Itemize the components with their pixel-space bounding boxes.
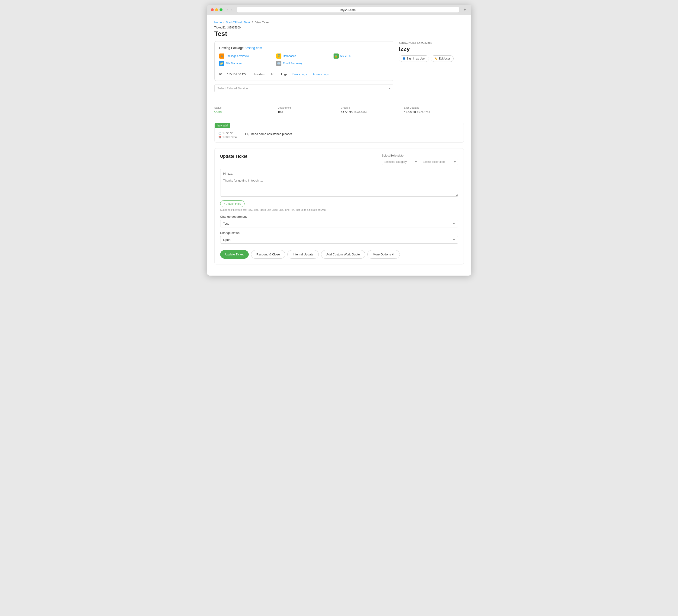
hosting-info: IP: 185.151.30.127 Location: UK Logs: Er… xyxy=(219,70,388,76)
category-select[interactable]: Selected category xyxy=(382,159,419,165)
select-service-dropdown[interactable]: Select Related Service xyxy=(215,85,393,92)
maximize-button[interactable] xyxy=(220,8,223,11)
service-label-files: File Manager xyxy=(226,62,242,65)
left-panel: Hosting Package: testing.com 🗂 Package O… xyxy=(215,41,393,94)
access-log-link[interactable]: Access Logs xyxy=(313,73,329,76)
location-value: UK xyxy=(270,73,274,76)
custom-quote-button[interactable]: Add Custom Work Quote xyxy=(321,250,365,259)
message-block: Izzy said 14:50:36 19-09-2024 Hi, I need… xyxy=(215,123,464,142)
message-author-badge: Izzy said xyxy=(215,123,230,128)
boilerplate-section: Select Boilerplate: Selected category Se… xyxy=(382,154,458,165)
main-layout: Hosting Package: testing.com 🗂 Package O… xyxy=(215,41,464,94)
ticket-meta: Status Open Department Test Created 14:5… xyxy=(215,102,464,118)
message-date-value: 19-09-2024 xyxy=(218,135,241,139)
update-ticket-button[interactable]: Update Ticket xyxy=(220,250,249,259)
calendar-icon xyxy=(218,135,222,139)
more-options-button[interactable]: More Options xyxy=(367,250,400,259)
back-button[interactable]: ‹ xyxy=(225,8,229,12)
right-panel: StackCP User ID: #282588 Izzy Sign in as… xyxy=(399,41,464,94)
ticket-title: Test xyxy=(215,30,464,38)
ip-label: IP: xyxy=(219,73,223,76)
edit-user-button[interactable]: Edit User xyxy=(431,55,454,62)
select-service-container: Select Related Service xyxy=(215,85,393,92)
status-value: Open xyxy=(215,110,274,114)
more-options-label: More Options xyxy=(373,253,391,256)
updated-date: 19-09-2024 xyxy=(417,111,430,114)
service-label-db: Databases xyxy=(283,54,296,58)
attach-files-button[interactable]: Attach Files xyxy=(220,200,244,207)
pencil-icon xyxy=(435,57,438,60)
status-select[interactable]: Open xyxy=(220,236,458,244)
sign-in-as-user-button[interactable]: Sign in as User xyxy=(399,55,429,62)
ticket-id: Ticket ID: #87965300 xyxy=(215,26,464,29)
service-file-manager[interactable]: 📁 File Manager xyxy=(219,61,274,66)
created-time: 14:50:36 xyxy=(341,111,353,114)
errors-log-link[interactable]: Errors Logs xyxy=(293,73,307,76)
close-button[interactable] xyxy=(211,8,214,11)
status-field-label: Change status xyxy=(220,231,458,235)
service-package-overview[interactable]: 🗂 Package Overview xyxy=(219,53,274,58)
created-date: 19-09-2024 xyxy=(354,111,367,114)
hosting-title: Hosting Package: testing.com xyxy=(219,46,388,50)
file-types-text: Supported filetypes are: .csv, .doc, .do… xyxy=(220,208,458,211)
service-ssltls[interactable]: 🔒 SSL/TLS xyxy=(334,53,388,58)
reply-textarea[interactable] xyxy=(220,169,458,197)
gear-icon xyxy=(392,253,394,256)
attach-label: Attach Files xyxy=(226,202,241,205)
boilerplate-label: Select Boilerplate: xyxy=(382,154,458,157)
boilerplate-selects: Selected category Select boilerplate xyxy=(382,159,458,165)
meta-department: Department Test xyxy=(278,106,337,114)
nav-buttons: ‹ › xyxy=(225,8,234,12)
department-value: Test xyxy=(278,110,337,114)
department-label: Department xyxy=(278,106,337,109)
updated-time: 14:50:36 xyxy=(404,111,416,114)
hosting-domain-link[interactable]: testing.com xyxy=(246,46,262,50)
minimize-button[interactable] xyxy=(215,8,218,11)
user-id-label: StackCP User ID: #282588 xyxy=(399,41,464,44)
database-icon: 🗄 xyxy=(276,53,281,58)
internal-update-button[interactable]: Internal Update xyxy=(288,250,319,259)
department-select[interactable]: Test xyxy=(220,220,458,228)
respond-close-button[interactable]: Respond & Close xyxy=(251,250,285,259)
status-field: Change status Open xyxy=(220,231,458,244)
user-actions: Sign in as User Edit User xyxy=(399,55,464,62)
user-name: Izzy xyxy=(399,45,464,52)
update-section: Update Ticket Select Boilerplate: Select… xyxy=(215,148,464,264)
message-body: 14:50:36 19-09-2024 Hi, I need some assi… xyxy=(215,128,463,142)
person-icon xyxy=(403,57,406,60)
message-text: Hi, I need some assistance please! xyxy=(245,132,292,139)
traffic-lights xyxy=(211,8,223,11)
email-icon: 📧 xyxy=(276,61,281,66)
breadcrumb-current: View Ticket xyxy=(256,21,269,24)
boilerplate-select[interactable]: Select boilerplate xyxy=(421,159,458,165)
meta-updated: Last Updated 14:50:36 19-09-2024 xyxy=(404,106,464,114)
page-content: Home / StackCP Help Desk / View Ticket T… xyxy=(207,15,471,276)
service-email-summary[interactable]: 📧 Email Summary xyxy=(276,61,331,66)
department-field-label: Change department xyxy=(220,215,458,218)
forward-button[interactable]: › xyxy=(230,8,234,12)
service-label-ssl: SSL/TLS xyxy=(340,54,351,58)
meta-created: Created 14:50:36 19-09-2024 xyxy=(341,106,401,114)
browser-window: ‹ › my.20i.com + Home / StackCP Help Des… xyxy=(207,5,471,276)
sign-in-label: Sign in as User xyxy=(407,57,425,60)
status-label: Status xyxy=(215,106,274,109)
breadcrumb-sep2: / xyxy=(252,21,254,24)
update-title: Update Ticket xyxy=(220,154,248,159)
message-time-value: 14:50:36 xyxy=(218,132,241,135)
new-tab-button[interactable]: + xyxy=(462,7,467,13)
location-label: Location: xyxy=(254,73,265,76)
ssl-icon: 🔒 xyxy=(334,53,339,58)
breadcrumb-home[interactable]: Home xyxy=(215,21,222,24)
upload-icon xyxy=(224,202,225,205)
created-label: Created xyxy=(341,106,401,109)
breadcrumb-helpdesk[interactable]: StackCP Help Desk xyxy=(226,21,250,24)
department-field: Change department Test xyxy=(220,215,458,228)
service-databases[interactable]: 🗄 Databases xyxy=(276,53,331,58)
address-bar[interactable]: my.20i.com xyxy=(237,7,459,13)
breadcrumb-sep1: / xyxy=(223,21,225,24)
ip-value: 185.151.30.127 xyxy=(227,73,247,76)
service-icons: 🗂 Package Overview 🗄 Databases 🔒 SSL/TLS xyxy=(219,53,388,66)
hosting-card: Hosting Package: testing.com 🗂 Package O… xyxy=(215,41,393,81)
update-header: Update Ticket Select Boilerplate: Select… xyxy=(220,154,458,165)
updated-label: Last Updated xyxy=(404,106,464,109)
